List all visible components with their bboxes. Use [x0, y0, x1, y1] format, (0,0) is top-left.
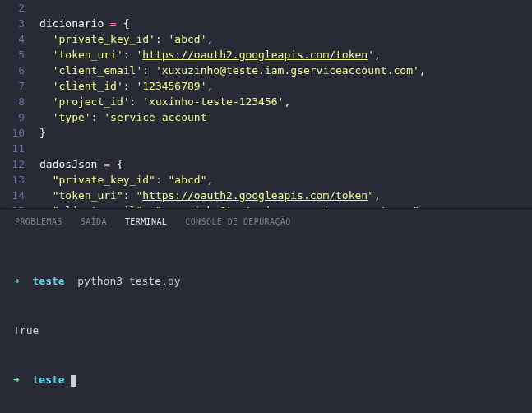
line-number: 12: [0, 156, 25, 172]
token-str: 'project_id': [53, 95, 130, 108]
code-line[interactable]: "private_key_id": "abcd",: [39, 172, 532, 188]
token-punc: :: [155, 174, 169, 186]
code-line[interactable]: [39, 141, 532, 156]
tab-terminal[interactable]: TERMINAL: [125, 217, 167, 230]
token-str: 'xuxinho-teste-123456': [142, 95, 284, 108]
line-number: 11: [0, 141, 25, 156]
code-line[interactable]: 'private_key_id': 'abcd',: [39, 31, 532, 47]
token-str: "abcd": [169, 174, 207, 186]
code-line[interactable]: 'client_id': '123456789',: [39, 78, 532, 94]
token-punc: ,: [207, 174, 214, 186]
panel-tabs: PROBLEMAS SAÍDA TERMINAL CONSOLE DE DEPU…: [0, 208, 532, 235]
token-str: 'abcd': [169, 33, 207, 45]
token-punc: :: [123, 49, 136, 61]
token-op: =: [110, 17, 117, 30]
token-punc: ,: [374, 189, 381, 202]
terminal-command: python3 teste.py: [77, 275, 180, 287]
code-line[interactable]: 'token_uri': 'https://oauth2.googleapis.…: [39, 47, 532, 63]
code-line[interactable]: dicionario = {: [39, 16, 532, 31]
tab-problems[interactable]: PROBLEMAS: [15, 217, 62, 230]
token-op: =: [104, 158, 110, 170]
token-punc: ,: [284, 95, 290, 108]
terminal-output: True: [13, 323, 519, 339]
token-str: 'type': [53, 111, 91, 123]
code-content[interactable]: dicionario = { 'private_key_id': 'abcd',…: [39, 0, 532, 208]
line-number: 9: [0, 109, 25, 125]
terminal-line: ➜ teste: [13, 372, 519, 388]
line-number: 6: [0, 63, 25, 78]
token-str: 'client_email': [53, 64, 143, 77]
token-punc: [39, 64, 53, 77]
line-number: 3: [0, 16, 25, 31]
token-punc: [39, 80, 53, 92]
line-number: 5: [0, 47, 25, 63]
token-punc: }: [39, 127, 46, 139]
tab-output[interactable]: SAÍDA: [81, 217, 107, 230]
token-punc: :: [142, 64, 155, 77]
token-punc: :: [91, 111, 104, 123]
code-line[interactable]: "token_uri": "https://oauth2.googleapis.…: [39, 188, 532, 203]
token-punc: {: [117, 17, 130, 30]
token-str: 'service_account': [104, 111, 213, 123]
line-number-gutter: 2345678910111213141516171819202122: [0, 0, 39, 208]
terminal-panel[interactable]: ➜ teste python3 teste.py True ➜ teste: [0, 235, 532, 413]
prompt-folder: teste: [32, 275, 64, 287]
line-number: 14: [0, 188, 25, 203]
token-url: https://oauth2.googleapis.com/token: [142, 49, 368, 61]
token-punc: ,: [374, 49, 381, 61]
token-punc: [39, 49, 53, 61]
terminal-line: ➜ teste python3 teste.py: [13, 273, 519, 290]
token-str: "private_key_id": [53, 174, 155, 186]
token-punc: :: [123, 189, 136, 202]
line-number: 4: [0, 31, 25, 47]
code-line[interactable]: }: [39, 125, 532, 141]
editor-area[interactable]: 2345678910111213141516171819202122 dicio…: [0, 0, 532, 208]
token-punc: ,: [207, 80, 214, 92]
token-str: "token_uri": [53, 189, 123, 202]
token-str: 'private_key_id': [53, 33, 155, 45]
token-punc: ,: [419, 64, 426, 77]
token-punc: [39, 33, 53, 45]
token-punc: [39, 111, 53, 123]
tab-debug-console[interactable]: CONSOLE DE DEPURAÇÃO: [185, 217, 290, 230]
token-var: dadosJson: [39, 158, 97, 170]
token-punc: :: [123, 80, 136, 92]
code-line[interactable]: 'project_id': 'xuxinho-teste-123456',: [39, 94, 532, 109]
token-punc: [39, 95, 53, 108]
line-number: 2: [0, 0, 25, 16]
token-str: ': [368, 49, 374, 61]
prompt-folder: teste: [32, 374, 64, 386]
line-number: 8: [0, 94, 25, 109]
code-line[interactable]: dadosJson = {: [39, 156, 532, 172]
token-punc: [39, 189, 53, 202]
token-var: dicionario: [39, 17, 104, 30]
token-url: https://oauth2.googleapis.com/token: [142, 189, 368, 202]
token-str: ": [368, 189, 374, 202]
line-number: 13: [0, 172, 25, 188]
prompt-arrow-icon: ➜: [13, 374, 20, 386]
code-line[interactable]: [39, 0, 532, 16]
code-line[interactable]: 'type': 'service_account': [39, 109, 532, 125]
line-number: 7: [0, 78, 25, 94]
token-str: '123456789': [136, 80, 206, 92]
token-str: 'xuxuzinho@teste.iam.gserviceaccount.com…: [155, 64, 419, 77]
token-str: 'token_uri': [53, 49, 123, 61]
token-punc: :: [155, 33, 169, 45]
token-punc: :: [130, 95, 143, 108]
line-number: 10: [0, 125, 25, 141]
token-punc: [104, 17, 110, 30]
prompt-arrow-icon: ➜: [13, 275, 20, 287]
code-line[interactable]: 'client_email': 'xuxuzinho@teste.iam.gse…: [39, 63, 532, 78]
token-str: 'client_id': [53, 80, 123, 92]
token-punc: {: [110, 158, 123, 170]
terminal-cursor: [71, 375, 76, 387]
token-punc: [39, 174, 53, 186]
token-punc: ,: [207, 33, 214, 45]
